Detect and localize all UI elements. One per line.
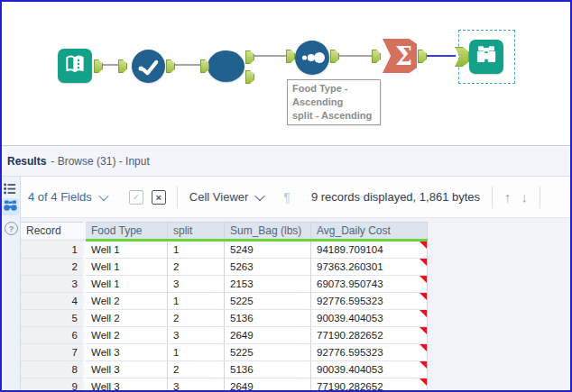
column-header-split[interactable]: split [168, 223, 225, 241]
cell[interactable]: 97363.260301 [311, 259, 428, 276]
cell[interactable]: 77190.282652 [311, 327, 428, 344]
cell[interactable]: 2 [168, 259, 225, 276]
workflow-canvas[interactable]: Food Type - Ascending split - Ascending … [0, 0, 572, 145]
cell[interactable]: Well 2 [85, 327, 168, 344]
error-flag-icon [420, 310, 427, 317]
record-cell[interactable]: 6 [21, 327, 85, 344]
cell[interactable]: Well 1 [85, 276, 168, 293]
connection-line[interactable] [337, 55, 372, 57]
cell-viewer-dropdown[interactable]: Cell Viewer [189, 190, 264, 204]
output-anchor[interactable] [245, 70, 254, 84]
record-cell[interactable]: 4 [21, 293, 85, 310]
connection-line[interactable] [253, 55, 286, 57]
cell[interactable]: 5225 [225, 344, 311, 361]
output-anchor[interactable] [166, 59, 175, 73]
help-icon[interactable]: ? [5, 222, 18, 235]
results-panel-header[interactable]: Results - Browse (31) - Input [0, 145, 572, 177]
output-anchor[interactable] [245, 50, 254, 64]
cell[interactable]: Well 3 [85, 378, 168, 392]
cell-viewer-label: Cell Viewer [189, 190, 249, 204]
output-anchor[interactable] [418, 50, 427, 63]
cell[interactable]: 92776.595323 [311, 293, 428, 310]
cell-value: 92776.595323 [317, 347, 383, 358]
cell[interactable]: 3 [168, 276, 225, 293]
cell[interactable]: 5136 [225, 310, 311, 327]
record-cell[interactable]: 5 [21, 310, 85, 327]
browse-view-tab[interactable] [2, 198, 19, 215]
column-header-food-type[interactable]: Food Type [85, 223, 168, 241]
error-flag-icon [420, 378, 427, 386]
cell[interactable]: 3 [168, 378, 225, 392]
input-anchor[interactable] [118, 59, 127, 73]
apply-button[interactable]: ✓ [129, 190, 143, 205]
cell[interactable]: 77190.282652 [311, 378, 428, 392]
input-anchor[interactable] [286, 50, 295, 63]
blue-circle-tool[interactable] [208, 50, 244, 82]
cell-value: 77190.282652 [317, 330, 383, 341]
sort-annotation[interactable]: Food Type - Ascending split - Ascending [287, 79, 381, 125]
connection-line-selected[interactable] [425, 55, 456, 57]
cell-value: 94189.709104 [317, 244, 383, 255]
record-cell[interactable]: 8 [21, 361, 85, 378]
cell[interactable]: 2153 [225, 276, 311, 293]
record-cell[interactable]: 2 [21, 259, 85, 276]
cell[interactable]: 92776.595323 [311, 344, 428, 361]
input-data-tool[interactable] [58, 49, 92, 83]
cell[interactable]: 1 [168, 344, 225, 361]
cell[interactable]: 3 [168, 327, 225, 344]
cell[interactable]: Well 3 [85, 344, 168, 361]
cell[interactable]: 90039.404053 [311, 361, 428, 378]
connection-line[interactable] [173, 64, 200, 66]
cell[interactable]: Well 1 [85, 241, 168, 259]
input-anchor[interactable] [372, 50, 381, 63]
output-anchor[interactable] [94, 59, 103, 73]
column-header-record[interactable]: Record [21, 223, 85, 241]
browse-view-icon [4, 199, 17, 215]
record-cell[interactable]: 7 [21, 344, 85, 361]
cell-value: 92776.595323 [317, 296, 383, 306]
input-data-icon [61, 50, 88, 81]
pilcrow-icon: ¶ [283, 190, 291, 205]
table-row: 1 Well 1 1 5249 94189.709104 [21, 241, 428, 259]
cell[interactable]: 69073.950743 [311, 276, 428, 293]
record-cell[interactable]: 9 [21, 378, 85, 392]
pilcrow-toggle[interactable]: ¶ [283, 190, 291, 205]
cell[interactable]: 5249 [225, 241, 311, 259]
cell[interactable]: 90039.404053 [311, 310, 428, 327]
output-anchor[interactable] [330, 50, 339, 63]
scroll-up-button[interactable]: ↑ [504, 190, 512, 204]
table-row: 9 Well 3 3 2649 77190.282652 [21, 378, 428, 392]
table-row: 5 Well 2 2 5136 90039.404053 [21, 310, 428, 327]
metadata-list-icon[interactable] [0, 183, 20, 195]
table-row: 8 Well 3 2 5136 90039.404053 [21, 361, 428, 378]
fields-dropdown[interactable]: 4 of 4 Fields [28, 190, 107, 204]
scroll-down-button[interactable]: ↓ [521, 190, 529, 204]
cell[interactable]: Well 1 [85, 259, 168, 276]
select-tool[interactable] [132, 50, 165, 83]
record-cell[interactable]: 1 [21, 241, 85, 259]
cell[interactable]: Well 3 [85, 361, 168, 378]
cell[interactable]: 5225 [225, 293, 311, 310]
cell[interactable]: 5136 [225, 361, 311, 378]
sort-tool[interactable] [295, 41, 329, 75]
cell[interactable]: 2 [168, 310, 225, 327]
cell[interactable]: 2 [168, 361, 225, 378]
record-cell[interactable]: 3 [21, 276, 85, 293]
sort-dots-icon [295, 62, 329, 77]
cell[interactable]: 2649 [225, 378, 311, 392]
cancel-button[interactable]: × [152, 190, 166, 205]
error-flag-icon [420, 293, 427, 300]
cell[interactable]: 2649 [225, 327, 311, 344]
cell[interactable]: 5263 [225, 259, 311, 276]
results-toolbar: 4 of 4 Fields ✓ × Cell Viewer ¶ 9 record… [20, 177, 570, 218]
cell[interactable]: 1 [168, 241, 225, 259]
cell[interactable]: Well 2 [85, 293, 168, 310]
column-header-sum-bag[interactable]: Sum_Bag (lbs) [225, 223, 311, 241]
table-row: 6 Well 2 3 2649 77190.282652 [21, 327, 428, 344]
cell[interactable]: Well 2 [85, 310, 168, 327]
cell[interactable]: 1 [168, 293, 225, 310]
cell[interactable]: 94189.709104 [311, 241, 428, 259]
summarize-tool[interactable]: Σ [383, 39, 417, 73]
column-header-avg-daily-cost[interactable]: Avg_Daily Cost [311, 223, 428, 241]
cell-value: 97363.260301 [317, 261, 383, 272]
